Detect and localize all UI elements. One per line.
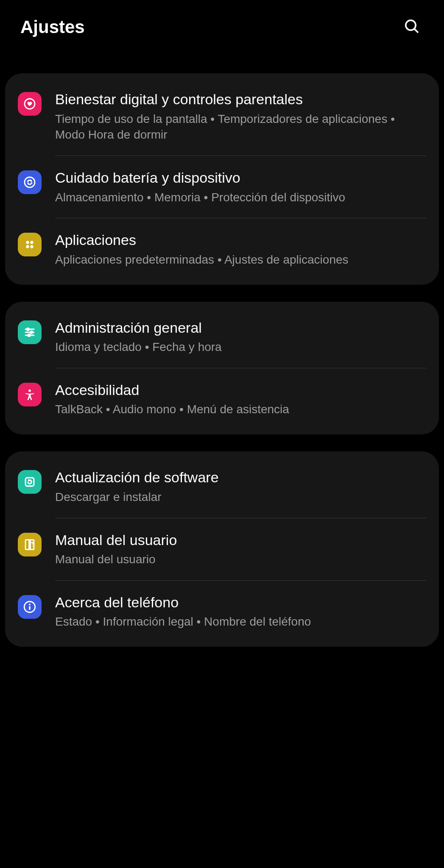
wellbeing-icon [18, 92, 42, 116]
settings-group: Administración generalIdioma y teclado •… [5, 302, 439, 435]
apps-icon [18, 233, 42, 256]
svg-point-18 [29, 604, 31, 605]
settings-item-subtitle: Descargar e instalar [55, 489, 426, 505]
settings-item-title: Administración general [55, 319, 426, 337]
settings-item-text: Manual del usuarioManual del usuario [55, 531, 426, 568]
settings-item-text: AplicacionesAplicaciones predeterminadas… [55, 231, 426, 267]
search-icon [403, 30, 420, 36]
settings-item-subtitle: Idioma y teclado • Fecha y hora [55, 339, 426, 355]
svg-point-5 [30, 241, 33, 244]
svg-point-13 [28, 334, 30, 336]
settings-item-title: Aplicaciones [55, 231, 426, 249]
settings-group: Actualización de softwareDescargar e ins… [5, 451, 439, 647]
header: Ajustes [0, 0, 444, 52]
settings-item-text: Administración generalIdioma y teclado •… [55, 319, 426, 355]
settings-item[interactable]: Bienestar digital y controles parentales… [5, 78, 439, 156]
svg-point-3 [25, 177, 35, 187]
svg-line-1 [414, 29, 418, 33]
svg-point-6 [26, 245, 29, 248]
settings-item-title: Cuidado batería y dispositivo [55, 169, 426, 187]
info-icon [18, 595, 42, 619]
update-icon [18, 470, 42, 494]
settings-item-text: Actualización de softwareDescargar e ins… [55, 468, 426, 505]
page-title: Ajustes [20, 17, 85, 37]
svg-point-7 [30, 245, 33, 248]
devicecare-icon [18, 170, 42, 194]
settings-item-text: Acerca del teléfonoEstado • Información … [55, 593, 426, 630]
settings-item-subtitle: Manual del usuario [55, 551, 426, 568]
svg-point-11 [31, 331, 33, 333]
settings-item-text: Bienestar digital y controles parentales… [55, 90, 426, 143]
settings-item-subtitle: TalkBack • Audio mono • Menú de asistenc… [55, 401, 426, 417]
svg-point-4 [26, 241, 29, 244]
accessibility-icon [18, 383, 42, 406]
settings-item[interactable]: Actualización de softwareDescargar e ins… [5, 456, 439, 517]
settings-item[interactable]: Administración generalIdioma y teclado •… [5, 306, 439, 368]
settings-item-subtitle: Aplicaciones predeterminadas • Ajustes d… [55, 252, 426, 268]
settings-item-title: Manual del usuario [55, 531, 426, 549]
svg-rect-19 [29, 606, 30, 610]
settings-item[interactable]: AplicacionesAplicaciones predeterminadas… [5, 218, 439, 280]
settings-item-title: Bienestar digital y controles parentales [55, 90, 426, 108]
settings-groups: Bienestar digital y controles parentales… [0, 73, 444, 647]
settings-item[interactable]: AccesibilidadTalkBack • Audio mono • Men… [5, 368, 439, 430]
settings-item[interactable]: Acerca del teléfonoEstado • Información … [5, 581, 439, 643]
settings-item[interactable]: Cuidado batería y dispositivoAlmacenamie… [5, 156, 439, 218]
settings-item-subtitle: Estado • Información legal • Nombre del … [55, 614, 426, 630]
svg-rect-15 [25, 478, 34, 486]
svg-point-16 [32, 545, 33, 546]
settings-item-subtitle: Almacenamiento • Memoria • Protección de… [55, 189, 426, 206]
svg-point-9 [27, 328, 29, 330]
manual-icon [18, 533, 42, 556]
settings-item[interactable]: Manual del usuarioManual del usuario [5, 518, 439, 580]
svg-point-0 [406, 20, 416, 30]
settings-item-subtitle: Tiempo de uso de la pantalla • Temporiza… [55, 111, 426, 143]
settings-item-title: Acerca del teléfono [55, 593, 426, 612]
settings-group: Bienestar digital y controles parentales… [5, 73, 439, 285]
search-button[interactable] [400, 14, 424, 39]
svg-point-14 [28, 389, 31, 392]
settings-item-title: Actualización de software [55, 468, 426, 487]
settings-item-title: Accesibilidad [55, 381, 426, 399]
sliders-icon [18, 320, 42, 344]
settings-item-text: AccesibilidadTalkBack • Audio mono • Men… [55, 381, 426, 417]
settings-item-text: Cuidado batería y dispositivoAlmacenamie… [55, 169, 426, 205]
